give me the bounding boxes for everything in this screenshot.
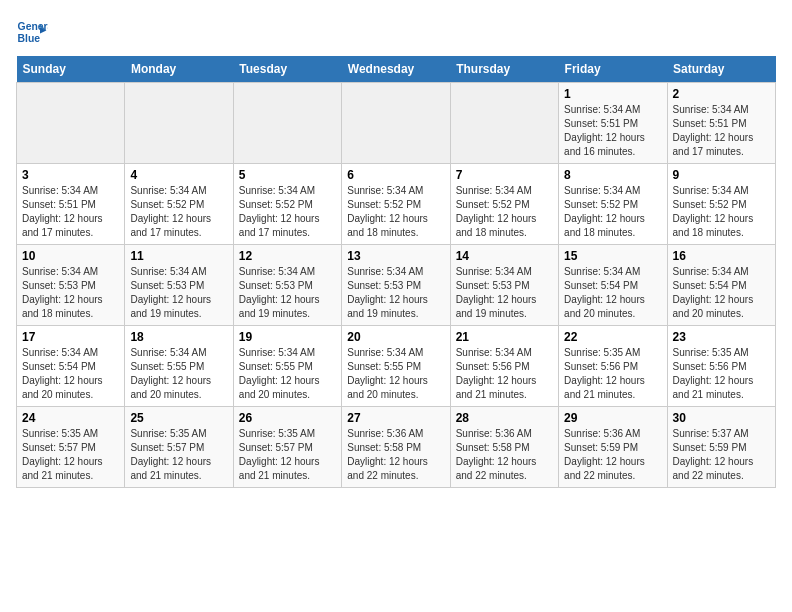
calendar-cell: 16Sunrise: 5:34 AMSunset: 5:54 PMDayligh…	[667, 245, 775, 326]
day-info: Sunrise: 5:36 AMSunset: 5:58 PMDaylight:…	[347, 427, 444, 483]
calendar-cell: 27Sunrise: 5:36 AMSunset: 5:58 PMDayligh…	[342, 407, 450, 488]
day-info: Sunrise: 5:34 AMSunset: 5:54 PMDaylight:…	[564, 265, 661, 321]
day-number: 3	[22, 168, 119, 182]
calendar-cell	[450, 83, 558, 164]
day-number: 23	[673, 330, 770, 344]
day-info: Sunrise: 5:34 AMSunset: 5:54 PMDaylight:…	[22, 346, 119, 402]
day-info: Sunrise: 5:36 AMSunset: 5:59 PMDaylight:…	[564, 427, 661, 483]
day-number: 17	[22, 330, 119, 344]
calendar-cell: 18Sunrise: 5:34 AMSunset: 5:55 PMDayligh…	[125, 326, 233, 407]
day-info: Sunrise: 5:34 AMSunset: 5:51 PMDaylight:…	[22, 184, 119, 240]
calendar-cell: 23Sunrise: 5:35 AMSunset: 5:56 PMDayligh…	[667, 326, 775, 407]
calendar-cell	[342, 83, 450, 164]
day-info: Sunrise: 5:35 AMSunset: 5:56 PMDaylight:…	[673, 346, 770, 402]
day-info: Sunrise: 5:34 AMSunset: 5:51 PMDaylight:…	[564, 103, 661, 159]
calendar-cell: 11Sunrise: 5:34 AMSunset: 5:53 PMDayligh…	[125, 245, 233, 326]
day-number: 5	[239, 168, 336, 182]
day-info: Sunrise: 5:34 AMSunset: 5:56 PMDaylight:…	[456, 346, 553, 402]
day-number: 13	[347, 249, 444, 263]
day-info: Sunrise: 5:34 AMSunset: 5:51 PMDaylight:…	[673, 103, 770, 159]
day-info: Sunrise: 5:34 AMSunset: 5:53 PMDaylight:…	[456, 265, 553, 321]
weekday-header-row: SundayMondayTuesdayWednesdayThursdayFrid…	[17, 56, 776, 83]
day-info: Sunrise: 5:34 AMSunset: 5:54 PMDaylight:…	[673, 265, 770, 321]
day-number: 10	[22, 249, 119, 263]
calendar-week-row: 24Sunrise: 5:35 AMSunset: 5:57 PMDayligh…	[17, 407, 776, 488]
day-info: Sunrise: 5:36 AMSunset: 5:58 PMDaylight:…	[456, 427, 553, 483]
day-info: Sunrise: 5:34 AMSunset: 5:52 PMDaylight:…	[347, 184, 444, 240]
day-number: 28	[456, 411, 553, 425]
day-info: Sunrise: 5:34 AMSunset: 5:55 PMDaylight:…	[347, 346, 444, 402]
logo-icon: General Blue	[16, 16, 48, 48]
calendar-cell: 5Sunrise: 5:34 AMSunset: 5:52 PMDaylight…	[233, 164, 341, 245]
calendar-cell: 30Sunrise: 5:37 AMSunset: 5:59 PMDayligh…	[667, 407, 775, 488]
calendar-cell: 6Sunrise: 5:34 AMSunset: 5:52 PMDaylight…	[342, 164, 450, 245]
day-number: 14	[456, 249, 553, 263]
day-number: 27	[347, 411, 444, 425]
calendar-cell	[17, 83, 125, 164]
calendar-body: 1Sunrise: 5:34 AMSunset: 5:51 PMDaylight…	[17, 83, 776, 488]
day-number: 9	[673, 168, 770, 182]
logo: General Blue	[16, 16, 48, 48]
calendar-cell: 19Sunrise: 5:34 AMSunset: 5:55 PMDayligh…	[233, 326, 341, 407]
day-info: Sunrise: 5:34 AMSunset: 5:52 PMDaylight:…	[564, 184, 661, 240]
calendar-cell: 2Sunrise: 5:34 AMSunset: 5:51 PMDaylight…	[667, 83, 775, 164]
calendar-cell: 13Sunrise: 5:34 AMSunset: 5:53 PMDayligh…	[342, 245, 450, 326]
calendar-cell: 1Sunrise: 5:34 AMSunset: 5:51 PMDaylight…	[559, 83, 667, 164]
calendar-header: SundayMondayTuesdayWednesdayThursdayFrid…	[17, 56, 776, 83]
day-number: 7	[456, 168, 553, 182]
calendar-table: SundayMondayTuesdayWednesdayThursdayFrid…	[16, 56, 776, 488]
day-info: Sunrise: 5:34 AMSunset: 5:53 PMDaylight:…	[22, 265, 119, 321]
day-info: Sunrise: 5:35 AMSunset: 5:57 PMDaylight:…	[239, 427, 336, 483]
day-number: 21	[456, 330, 553, 344]
day-info: Sunrise: 5:35 AMSunset: 5:56 PMDaylight:…	[564, 346, 661, 402]
calendar-week-row: 1Sunrise: 5:34 AMSunset: 5:51 PMDaylight…	[17, 83, 776, 164]
day-info: Sunrise: 5:34 AMSunset: 5:53 PMDaylight:…	[130, 265, 227, 321]
day-info: Sunrise: 5:34 AMSunset: 5:52 PMDaylight:…	[673, 184, 770, 240]
day-number: 26	[239, 411, 336, 425]
day-info: Sunrise: 5:34 AMSunset: 5:52 PMDaylight:…	[130, 184, 227, 240]
calendar-cell: 17Sunrise: 5:34 AMSunset: 5:54 PMDayligh…	[17, 326, 125, 407]
calendar-cell: 14Sunrise: 5:34 AMSunset: 5:53 PMDayligh…	[450, 245, 558, 326]
weekday-header-thursday: Thursday	[450, 56, 558, 83]
calendar-week-row: 17Sunrise: 5:34 AMSunset: 5:54 PMDayligh…	[17, 326, 776, 407]
day-number: 18	[130, 330, 227, 344]
calendar-cell: 9Sunrise: 5:34 AMSunset: 5:52 PMDaylight…	[667, 164, 775, 245]
calendar-cell: 4Sunrise: 5:34 AMSunset: 5:52 PMDaylight…	[125, 164, 233, 245]
day-number: 16	[673, 249, 770, 263]
day-number: 25	[130, 411, 227, 425]
day-number: 20	[347, 330, 444, 344]
weekday-header-monday: Monday	[125, 56, 233, 83]
calendar-cell: 28Sunrise: 5:36 AMSunset: 5:58 PMDayligh…	[450, 407, 558, 488]
calendar-cell: 10Sunrise: 5:34 AMSunset: 5:53 PMDayligh…	[17, 245, 125, 326]
calendar-cell	[125, 83, 233, 164]
weekday-header-friday: Friday	[559, 56, 667, 83]
calendar-week-row: 3Sunrise: 5:34 AMSunset: 5:51 PMDaylight…	[17, 164, 776, 245]
day-number: 8	[564, 168, 661, 182]
weekday-header-wednesday: Wednesday	[342, 56, 450, 83]
calendar-cell	[233, 83, 341, 164]
day-info: Sunrise: 5:35 AMSunset: 5:57 PMDaylight:…	[22, 427, 119, 483]
day-info: Sunrise: 5:34 AMSunset: 5:53 PMDaylight:…	[239, 265, 336, 321]
day-info: Sunrise: 5:35 AMSunset: 5:57 PMDaylight:…	[130, 427, 227, 483]
day-number: 15	[564, 249, 661, 263]
day-number: 22	[564, 330, 661, 344]
calendar-cell: 26Sunrise: 5:35 AMSunset: 5:57 PMDayligh…	[233, 407, 341, 488]
day-info: Sunrise: 5:37 AMSunset: 5:59 PMDaylight:…	[673, 427, 770, 483]
day-number: 12	[239, 249, 336, 263]
day-info: Sunrise: 5:34 AMSunset: 5:52 PMDaylight:…	[239, 184, 336, 240]
calendar-cell: 3Sunrise: 5:34 AMSunset: 5:51 PMDaylight…	[17, 164, 125, 245]
day-number: 1	[564, 87, 661, 101]
day-number: 11	[130, 249, 227, 263]
svg-text:Blue: Blue	[18, 33, 41, 44]
day-number: 30	[673, 411, 770, 425]
day-number: 6	[347, 168, 444, 182]
day-number: 4	[130, 168, 227, 182]
calendar-cell: 29Sunrise: 5:36 AMSunset: 5:59 PMDayligh…	[559, 407, 667, 488]
calendar-cell: 21Sunrise: 5:34 AMSunset: 5:56 PMDayligh…	[450, 326, 558, 407]
calendar-cell: 24Sunrise: 5:35 AMSunset: 5:57 PMDayligh…	[17, 407, 125, 488]
page-header: General Blue	[16, 16, 776, 48]
day-info: Sunrise: 5:34 AMSunset: 5:53 PMDaylight:…	[347, 265, 444, 321]
weekday-header-sunday: Sunday	[17, 56, 125, 83]
calendar-cell: 8Sunrise: 5:34 AMSunset: 5:52 PMDaylight…	[559, 164, 667, 245]
day-info: Sunrise: 5:34 AMSunset: 5:55 PMDaylight:…	[239, 346, 336, 402]
